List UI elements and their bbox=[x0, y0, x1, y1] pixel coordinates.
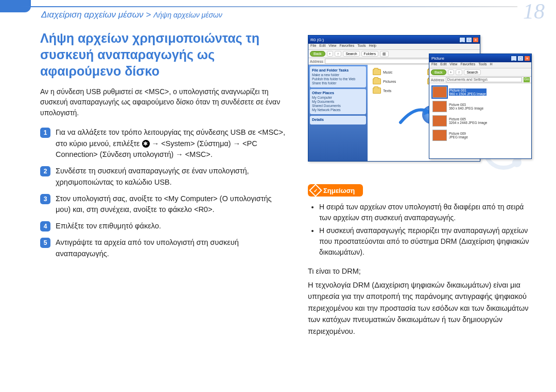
step-number: 2 bbox=[40, 166, 50, 176]
place-link[interactable]: My Computer bbox=[312, 96, 364, 99]
menu-item[interactable]: Favorites bbox=[460, 62, 475, 68]
breadcrumb-sub: Λήψη αρχείων μέσων bbox=[153, 11, 222, 19]
menu-item[interactable]: File bbox=[431, 62, 437, 68]
menu-item[interactable]: Favorites bbox=[339, 44, 354, 49]
thumbnail-label: Picture 009JPEG Image bbox=[449, 132, 468, 139]
intro-text: Αν η σύνδεση USB ρυθμιστεί σε <MSC>, ο υ… bbox=[40, 86, 287, 118]
place-link[interactable]: My Network Places bbox=[312, 108, 364, 112]
titlebar: Picture _□× bbox=[429, 54, 531, 62]
explorer-window-picture: Picture _□× File Edit View Favorites Too… bbox=[429, 54, 532, 159]
thumbnail-icon bbox=[432, 86, 447, 98]
thumbnail-icon bbox=[432, 101, 447, 112]
menu-item[interactable]: View bbox=[328, 44, 336, 49]
place-link[interactable]: My Documents bbox=[312, 100, 364, 103]
search-button[interactable]: Search bbox=[464, 69, 480, 75]
task-link[interactable]: Share this folder bbox=[312, 81, 364, 85]
views-button[interactable]: ▥ bbox=[380, 51, 389, 57]
file-folder-tasks-panel: File and Folder Tasks Make a new folder … bbox=[310, 66, 366, 87]
settings-icon bbox=[142, 140, 150, 148]
note-item: Η σειρά των αρχείων στον υπολογιστή θα δ… bbox=[319, 202, 534, 223]
picture-item[interactable]: Picture 001960 x 1504 JPEG Image bbox=[432, 86, 528, 98]
note-list: Η σειρά των αρχείων στον υπολογιστή θα δ… bbox=[311, 202, 534, 258]
page-number: 18 bbox=[523, 0, 545, 24]
task-link[interactable]: Publish this folder to the Web bbox=[312, 77, 364, 81]
folder-label: Music bbox=[383, 70, 392, 74]
maximize-icon[interactable]: □ bbox=[517, 56, 524, 61]
right-column: R0 (G:) _□× File Edit View Favorites Too… bbox=[308, 30, 534, 337]
screenshot-illustration: R0 (G:) _□× File Edit View Favorites Too… bbox=[308, 35, 534, 174]
toolbar: Back › ↑ Search bbox=[429, 68, 531, 77]
menu-item[interactable]: Tools bbox=[357, 44, 366, 49]
breadcrumb-main: Διαχείριση αρχείων μέσων > bbox=[41, 10, 153, 20]
step-4: 4 Επιλέξτε τον επιθυμητό φάκελο. bbox=[40, 221, 287, 232]
step-3: 3 Στον υπολογιστή σας, ανοίξτε το <My Co… bbox=[40, 193, 287, 216]
maximize-icon[interactable]: □ bbox=[466, 37, 472, 43]
menu-item[interactable]: Help bbox=[369, 44, 376, 49]
address-bar: Address Documents and Settings\ Go bbox=[429, 77, 531, 83]
thumbnail-list: Picture 001960 x 1504 JPEG Image Picture… bbox=[429, 83, 531, 144]
picture-item[interactable]: Picture 003360 x 640 JPEG Image bbox=[432, 101, 528, 112]
menu-item[interactable]: Edit bbox=[440, 62, 446, 68]
task-link[interactable]: Make a new folder bbox=[312, 73, 364, 77]
note-icon: ✓ bbox=[309, 184, 322, 197]
side-panel: File and Folder Tasks Make a new folder … bbox=[308, 65, 368, 161]
step-number: 4 bbox=[40, 221, 50, 231]
panel-heading: Details bbox=[312, 118, 364, 121]
note-item: Η συσκευή αναπαραγωγής περιορίζει την αν… bbox=[319, 225, 534, 258]
menu-item[interactable]: Edit bbox=[319, 44, 325, 49]
note-header: ✓ Σημείωση bbox=[308, 184, 363, 197]
page-title: Λήψη αρχείων χρησιμοποιώντας τη συσκευή … bbox=[40, 30, 287, 79]
step-number: 5 bbox=[40, 238, 50, 248]
note-label: Σημείωση bbox=[323, 187, 355, 194]
go-button[interactable]: Go bbox=[524, 77, 530, 82]
thumbnail-icon bbox=[432, 115, 447, 127]
search-button[interactable]: Search bbox=[343, 51, 359, 57]
window-title: Picture bbox=[431, 56, 444, 61]
minimize-icon[interactable]: _ bbox=[459, 37, 465, 43]
back-button[interactable]: Back bbox=[431, 69, 446, 75]
menu-item[interactable]: View bbox=[449, 62, 457, 68]
menu-item[interactable]: File bbox=[310, 44, 316, 49]
step-1: 1 Για να αλλάξετε τον τρόπο λειτουργίας … bbox=[40, 127, 287, 161]
minimize-icon[interactable]: _ bbox=[511, 56, 517, 61]
panel-heading: Other Places bbox=[312, 91, 364, 95]
folder-item[interactable]: Pictures bbox=[373, 78, 422, 84]
window-buttons: _□× bbox=[459, 37, 479, 43]
forward-button[interactable]: › bbox=[327, 51, 333, 57]
thumbnail-label: Picture 0053264 x 2448 JPEG Image bbox=[449, 117, 487, 124]
picture-item[interactable]: Picture 009JPEG Image bbox=[432, 130, 528, 141]
picture-item[interactable]: Picture 0053264 x 2448 JPEG Image bbox=[432, 115, 528, 127]
window-buttons: _□× bbox=[510, 56, 530, 61]
close-icon[interactable]: × bbox=[524, 56, 530, 61]
address-label: Address bbox=[310, 60, 323, 63]
menu-item[interactable]: Tools bbox=[478, 62, 486, 68]
up-button[interactable]: ↑ bbox=[335, 51, 342, 57]
note-block: ✓ Σημείωση Η σειρά των αρχείων στον υπολ… bbox=[308, 184, 534, 337]
titlebar: R0 (G:) _□× bbox=[308, 35, 480, 44]
step-text: Συνδέστε τη συσκευή αναπαραγωγής σε έναν… bbox=[56, 166, 287, 188]
folder-label: Texts bbox=[383, 89, 391, 93]
menubar: File Edit View Favorites Tools H bbox=[429, 62, 531, 68]
drm-text: Η τεχνολογία DRM (Διαχείριση ψηφιακών δι… bbox=[308, 279, 534, 337]
step-number: 1 bbox=[40, 128, 50, 138]
drm-title: Τι είναι το DRM; bbox=[308, 267, 534, 275]
step-number: 3 bbox=[40, 194, 50, 204]
address-label: Address bbox=[431, 78, 444, 82]
place-link[interactable]: Shared Documents bbox=[312, 104, 364, 108]
back-button[interactable]: Back bbox=[310, 51, 325, 57]
close-icon[interactable]: × bbox=[473, 37, 479, 43]
folder-item[interactable]: Music bbox=[373, 69, 422, 75]
thumbnail-label: Picture 003360 x 640 JPEG Image bbox=[449, 103, 483, 110]
address-input[interactable]: Documents and Settings\ bbox=[446, 77, 522, 82]
up-button[interactable]: ↑ bbox=[456, 69, 463, 75]
menu-item[interactable]: H bbox=[490, 62, 493, 68]
folders-button[interactable]: Folders bbox=[361, 51, 378, 57]
other-places-panel: Other Places My Computer My Documents Sh… bbox=[310, 89, 366, 114]
details-panel: Details bbox=[310, 116, 366, 124]
thumbnail-label: Picture 001960 x 1504 JPEG Image bbox=[449, 88, 486, 96]
breadcrumb: Διαχείριση αρχείων μέσων > Λήψη αρχείων … bbox=[41, 10, 222, 20]
folder-item[interactable]: Texts bbox=[373, 87, 422, 94]
folder-icon bbox=[373, 69, 381, 75]
forward-button[interactable]: › bbox=[448, 69, 454, 75]
folder-icon bbox=[373, 87, 381, 94]
